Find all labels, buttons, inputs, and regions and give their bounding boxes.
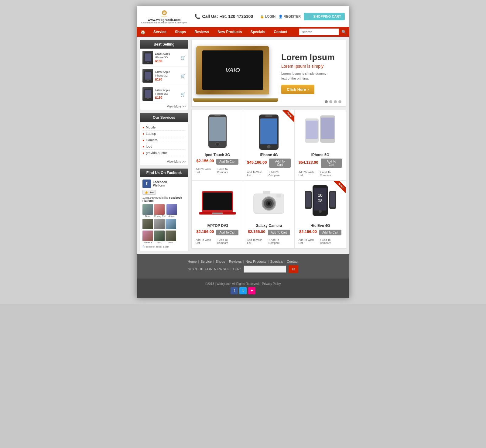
compare-link[interactable]: + Add To Compare (217, 168, 239, 174)
wishlist-link[interactable]: Add To Wish List (196, 238, 215, 245)
add-to-cart-icon[interactable]: 🛒 (180, 92, 186, 97)
add-to-cart-button[interactable]: Add To Cart (216, 159, 238, 165)
avatar (142, 231, 153, 241)
nav-contact[interactable]: Contact (269, 27, 292, 36)
avatar-group (142, 219, 153, 229)
phone-image (142, 51, 153, 64)
add-to-cart-button[interactable]: Add To Cart (319, 230, 341, 235)
login-button[interactable]: 🔒 LOGIN (260, 15, 276, 19)
footer-link-shops[interactable]: Shops (216, 260, 225, 263)
footer-link-contact[interactable]: Contact (287, 260, 298, 263)
footer-link-service[interactable]: Service (200, 260, 212, 263)
add-to-cart-button[interactable]: Add To Cart (321, 159, 342, 168)
compare-link[interactable]: + Add To Compare (269, 238, 291, 245)
nav-service[interactable]: Service (149, 27, 171, 36)
svg-text:W: W (163, 12, 166, 15)
wishlist-link[interactable]: Add To Wish List (299, 171, 318, 177)
laptop-screen: VAIO (202, 50, 263, 90)
compare-link[interactable]: + Add To Compare (320, 238, 342, 245)
facebook-like-button[interactable]: 👍 Like (142, 190, 156, 195)
footer-bottom: ©2013 | Webgranth All Rights Reserved. |… (137, 279, 349, 298)
product-price-row: $2.156.00 Add To Cart (299, 229, 341, 235)
add-to-cart-button[interactable]: Add To Cart (268, 230, 290, 235)
dot-3[interactable] (334, 100, 337, 103)
services-view-more[interactable]: View More >> (140, 159, 188, 165)
best-selling-view-more[interactable]: View More >> (140, 103, 188, 110)
laptop-shape: VAIO (196, 46, 269, 94)
footer-link-new-products[interactable]: New Products (245, 260, 266, 263)
list-item: Latest Apple iPhone 3G &190 🛒 (140, 67, 188, 85)
avatar (142, 204, 153, 215)
facebook-social-link[interactable]: f (231, 287, 238, 294)
dot-1[interactable] (325, 100, 328, 103)
footer-link-specials[interactable]: Specials (270, 260, 283, 263)
call-label: Call Us: (202, 14, 218, 19)
product-price: &190 (155, 96, 179, 99)
dot-2[interactable] (329, 100, 332, 103)
product-name: IAPTOP DV3 (207, 224, 228, 228)
avatar (166, 204, 177, 215)
search-button[interactable]: 🔍 (339, 28, 349, 36)
wishlist-link[interactable]: Add To Wish List (247, 171, 267, 177)
banner-cta-button[interactable]: Click Here › (281, 85, 314, 94)
newsletter-input[interactable] (244, 265, 286, 273)
nav-specials[interactable]: Specials (246, 27, 269, 36)
add-to-cart-button[interactable]: Add To Cart (216, 230, 238, 235)
user-icon: 👤 (279, 15, 283, 19)
product-card: Galaxy Camera $2.156.00 Add To Cart Add … (243, 181, 294, 248)
product-image (199, 185, 236, 221)
product-card: IAPTOP DV3 $2.156.00 Add To Cart Add To … (192, 181, 243, 248)
newsletter-submit-button[interactable]: ✉ (289, 265, 298, 273)
copyright-text: ©2013 | Webgranth All Rights Reserved. |… (137, 282, 349, 286)
svg-rect-43 (306, 192, 311, 207)
nav-new-products[interactable]: New Products (213, 27, 246, 36)
product-price: $45.166.00 (247, 160, 267, 165)
list-item: Latest Apple iPhone 3G &190 🛒 (140, 49, 188, 67)
twitter-social-link[interactable]: t (239, 287, 247, 294)
add-to-cart-icon[interactable]: 🛒 (180, 74, 186, 78)
phone-icon: 📞 (194, 14, 200, 19)
footer-link-reviews[interactable]: Reviews (229, 260, 242, 263)
compare-link[interactable]: + Add To Compare (217, 238, 239, 245)
add-to-cart-button[interactable]: Add To Cart (269, 159, 290, 168)
camera-image (251, 188, 287, 218)
wishlist-link[interactable]: Add To Wish List (196, 168, 215, 174)
nav-reviews[interactable]: Reviews (190, 27, 213, 36)
list-item: ● Camera (142, 137, 186, 143)
list-item: ● Mobile (142, 124, 186, 131)
bullet-icon: ● (142, 145, 144, 148)
fb-type: Platform (153, 184, 167, 187)
flickr-social-link[interactable]: ✦ (248, 287, 255, 294)
avatar (154, 231, 165, 241)
compare-link[interactable]: + Add To Compare (269, 171, 291, 177)
svg-point-34 (268, 202, 270, 205)
nav-home[interactable]: 🏠 (137, 27, 149, 37)
wishlist-link[interactable]: Add To Wish List (247, 238, 267, 245)
newsletter-label: SIGN UP FOR NEWSLETTER: (188, 267, 241, 271)
dot-4[interactable] (338, 100, 341, 103)
product-price: $54.123.00 (299, 160, 318, 165)
facebook-logo-area: f Facebook Platform (142, 180, 186, 188)
service-label: Mobile (146, 125, 156, 129)
footer-link-home[interactable]: Home (188, 260, 197, 263)
search-input[interactable] (299, 29, 339, 35)
compare-link[interactable]: + Add To Compare (320, 171, 342, 177)
product-actions: Add To Wish List + Add To Compare (247, 238, 290, 245)
cart-button[interactable]: 🛒 SHOPPING CART (304, 13, 345, 20)
product-name: IPhone 5G (311, 153, 329, 157)
nav-shops[interactable]: Shops (171, 27, 190, 36)
svg-rect-11 (145, 90, 151, 98)
wishlist-link[interactable]: Add To Wish List (299, 238, 318, 245)
banner-text: Lorem Ipsum Lorem Ipsum is simply Lorem … (275, 53, 341, 94)
add-to-cart-icon[interactable]: 🛒 (180, 55, 186, 60)
logo[interactable]: W www.webgranth.com Knowledge base for w… (141, 9, 187, 24)
product-price: $2.156.00 (196, 229, 214, 234)
product-card: IPhone 5G $54.123.00 Add To Cart Add To … (295, 110, 346, 181)
svg-rect-18 (260, 118, 277, 144)
bullet-icon: ● (142, 126, 144, 129)
bullet-icon: ● (142, 151, 144, 155)
svg-point-15 (216, 142, 219, 146)
product-name: Latest Apple iPhone 3G (155, 52, 179, 59)
footer-sep: | (213, 260, 214, 263)
register-button[interactable]: 👤 REGISTER (279, 15, 301, 19)
